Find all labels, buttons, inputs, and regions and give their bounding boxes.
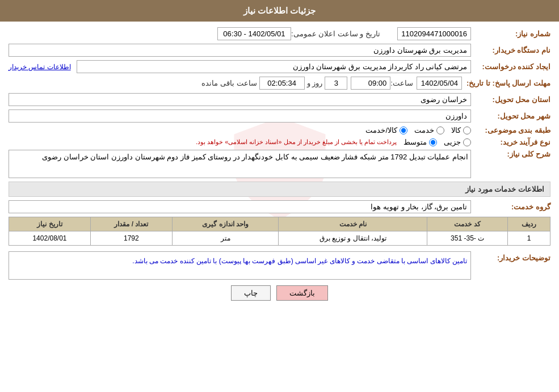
deadline-days-label: روز و	[307, 79, 323, 87]
cell-quantity: 1792	[90, 231, 172, 246]
buyer-notes-text: تامین کالاهای اساسی با متقاضی خدمت و کال…	[132, 257, 467, 265]
city-value: داورزن	[9, 109, 471, 123]
category-option-khedmat[interactable]: خدمت	[414, 126, 444, 134]
process-option-jozii[interactable]: جزیی	[444, 138, 471, 146]
province-value: خراسان رضوی	[9, 93, 471, 106]
date-label: تاریخ و ساعت اعلان عمومی:	[291, 29, 380, 38]
process-option-motavasset[interactable]: متوسط	[404, 138, 437, 146]
category-kala-label: کالا	[451, 126, 461, 134]
process-radio-group: جزیی متوسط پرداخت تمام یا بخشی از مبلغ خ…	[196, 138, 471, 146]
back-button[interactable]: بازگشت	[276, 285, 328, 301]
table-row: 1 ت -35- 351 تولید، انتقال و توزیع برق م…	[9, 231, 550, 246]
process-radio-motavasset[interactable]	[429, 138, 437, 146]
category-radio-khedmat[interactable]	[436, 127, 444, 134]
col-header-row: ردیف	[508, 217, 550, 231]
col-header-name: نام خدمت	[279, 217, 427, 231]
process-jozii-label: جزیی	[444, 138, 461, 146]
cell-code: ت -35- 351	[427, 231, 508, 246]
cell-date: 1402/08/01	[9, 231, 91, 246]
col-header-date: تاریخ نیاز	[9, 217, 91, 231]
process-label: نوع فرآیند خرید:	[471, 138, 550, 146]
cell-name: تولید، انتقال و توزیع برق	[279, 231, 427, 246]
category-radio-kala[interactable]	[463, 127, 471, 134]
cell-unit: متر	[172, 231, 279, 246]
deadline-date: 1402/05/04	[417, 77, 462, 90]
buyer-notes-label: توضیحات خریدار:	[471, 251, 550, 262]
process-motavasset-label: متوسط	[404, 138, 427, 146]
service-group-value: تامین برق، گاز، بخار و تهویه هوا	[9, 200, 471, 213]
deadline-time-label: ساعت:	[390, 79, 413, 87]
cell-row: 1	[508, 231, 550, 246]
buyer-notes-content: تامین کالاهای اساسی با متقاضی خدمت و کال…	[9, 251, 471, 280]
col-header-unit: واحد اندازه گیری	[172, 217, 279, 231]
deadline-time: 09:00	[351, 77, 390, 90]
contact-link[interactable]: اطلاعات تماس خریدار	[9, 63, 71, 71]
actions-bar: بازگشت چاپ	[9, 285, 550, 309]
col-header-quantity: تعداد / مقدار	[90, 217, 172, 231]
process-note: پرداخت تمام یا بخشی از مبلغ خریدار از مح…	[196, 138, 397, 146]
category-label: طبقه بندی موضوعی:	[471, 126, 550, 134]
print-button[interactable]: چاپ	[231, 285, 271, 301]
category-option-both[interactable]: کالا/خدمت	[365, 126, 407, 134]
org-label: نام دستگاه خریدار:	[471, 46, 550, 54]
org-value: مدیریت برق شهرستان داورزن	[9, 44, 471, 57]
description-value: انجام عملیات تبدیل 1792 متر شبکه فشار ضع…	[42, 153, 468, 161]
page-header: جزئیات اطلاعات نیاز	[0, 0, 559, 22]
deadline-remaining: 02:05:34	[259, 77, 305, 90]
services-section-title: اطلاعات خدمات مورد نیاز	[9, 182, 550, 197]
category-radio-both[interactable]	[400, 127, 407, 134]
description-label: شرح کلی نیاز:	[471, 150, 550, 158]
date-value: 1402/05/01 - 06:30	[217, 27, 291, 40]
city-label: شهر محل تحویل:	[471, 112, 550, 120]
province-label: استان محل تحویل:	[471, 95, 550, 104]
creator-label: ایجاد کننده درخواست:	[471, 62, 550, 71]
request-number-value: 1102094471000016	[397, 27, 471, 40]
page-title: جزئیات اطلاعات نیاز	[243, 6, 316, 15]
request-number-label: شماره نیاز:	[471, 29, 550, 38]
category-radio-group: کالا خدمت کالا/خدمت	[365, 126, 471, 134]
description-box: انجام عملیات تبدیل 1792 متر شبکه فشار ضع…	[9, 150, 471, 178]
services-table: ردیف کد خدمت نام خدمت واحد اندازه گیری ت…	[9, 217, 550, 246]
service-group-label: گروه خدمت:	[471, 203, 550, 211]
category-khedmat-label: خدمت	[414, 126, 434, 134]
deadline-label: مهلت ارسال پاسخ: تا تاریخ:	[462, 79, 550, 87]
creator-value: مرتضی کیانی راد کاربرداز مدیریت برق شهرس…	[77, 60, 471, 73]
category-option-kala[interactable]: کالا	[451, 126, 471, 134]
col-header-code: کد خدمت	[427, 217, 508, 231]
process-radio-jozii[interactable]	[463, 138, 471, 146]
deadline-remaining-label: ساعت باقی مانده	[201, 79, 257, 87]
deadline-days: 3	[325, 77, 347, 90]
category-both-label: کالا/خدمت	[365, 126, 397, 134]
